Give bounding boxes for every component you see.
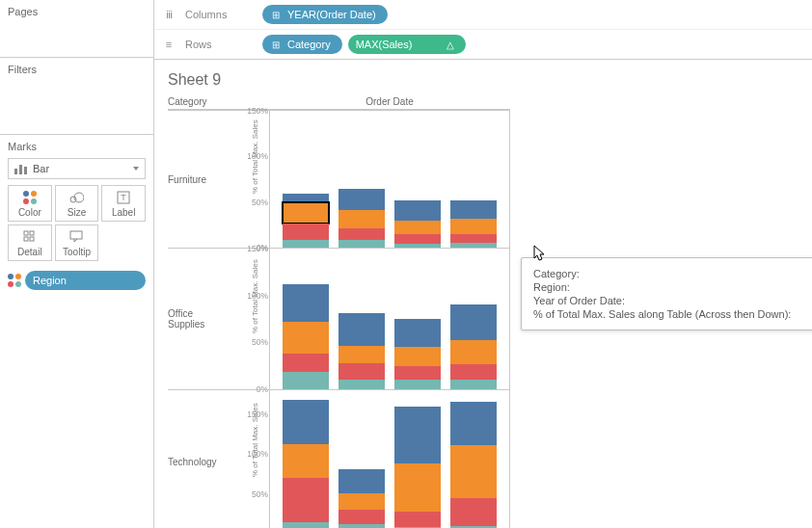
bar-segment[interactable] bbox=[450, 445, 497, 497]
bar-segment[interactable] bbox=[394, 319, 441, 347]
year-pill-label: YEAR(Order Date) bbox=[287, 9, 376, 20]
bar-segment[interactable] bbox=[338, 380, 385, 389]
chart-row: Furniture% of Total Max. Sales0%50%100%1… bbox=[168, 110, 798, 248]
sidebar: Pages Filters Marks Bar Color Si bbox=[0, 0, 154, 528]
plus-icon bbox=[270, 9, 282, 20]
bar[interactable] bbox=[450, 304, 497, 389]
bar-segment[interactable] bbox=[450, 234, 497, 244]
bar-segment[interactable] bbox=[394, 234, 441, 244]
svg-rect-7 bbox=[30, 237, 34, 241]
bar-segment[interactable] bbox=[283, 322, 329, 353]
bar-segment[interactable] bbox=[338, 346, 385, 363]
bar-segment[interactable] bbox=[338, 228, 385, 240]
bar-segment[interactable] bbox=[394, 221, 441, 233]
rows-shelf[interactable]: ≡ Rows Category MAX(Sales) bbox=[154, 30, 812, 59]
bar-segment[interactable] bbox=[450, 380, 497, 389]
shelves: ⅲ Columns YEAR(Order Date) ≡ Rows Catego… bbox=[154, 0, 812, 60]
marks-color-label: Color bbox=[18, 207, 41, 218]
bar-segment[interactable] bbox=[283, 522, 329, 529]
bar-segment[interactable] bbox=[338, 210, 385, 228]
bar-segment[interactable] bbox=[394, 407, 441, 462]
chart-row: Technology% of Total Max. Sales0%50%100%… bbox=[168, 389, 798, 528]
bar-segment[interactable] bbox=[283, 202, 329, 224]
bar-segment[interactable] bbox=[450, 340, 497, 364]
marks-label-button[interactable]: T Label bbox=[101, 185, 146, 222]
columns-label: Columns bbox=[185, 9, 253, 20]
bar[interactable] bbox=[450, 200, 497, 248]
row-category-label: Furniture bbox=[168, 110, 240, 248]
rows-label: Rows bbox=[185, 39, 253, 50]
row-category-label: OfficeSupplies bbox=[168, 248, 240, 389]
bar-segment[interactable] bbox=[338, 493, 385, 510]
bar-segment[interactable] bbox=[394, 347, 441, 366]
bar-segment[interactable] bbox=[283, 478, 329, 522]
bar[interactable] bbox=[450, 402, 497, 528]
marks-detail-label: Detail bbox=[17, 247, 42, 257]
bar-segment[interactable] bbox=[450, 498, 497, 526]
bar-segment[interactable] bbox=[283, 372, 329, 389]
bar-segment[interactable] bbox=[283, 284, 329, 322]
marks-size-button[interactable]: Size bbox=[55, 185, 99, 222]
bar-segment[interactable] bbox=[450, 364, 497, 381]
filters-panel[interactable]: Filters bbox=[0, 58, 153, 135]
category-pill[interactable]: Category bbox=[262, 35, 342, 54]
bar-segment[interactable] bbox=[394, 463, 441, 512]
marks-tooltip-button[interactable]: Tooltip bbox=[55, 224, 99, 261]
maxsales-pill[interactable]: MAX(Sales) bbox=[348, 35, 467, 54]
bar-segment[interactable] bbox=[283, 354, 329, 373]
svg-point-0 bbox=[70, 197, 76, 202]
delta-icon bbox=[447, 39, 454, 50]
bar[interactable] bbox=[394, 319, 441, 389]
bar-segment[interactable] bbox=[338, 363, 385, 381]
bar[interactable] bbox=[338, 189, 385, 248]
bar-segment[interactable] bbox=[283, 224, 329, 240]
mark-type-select[interactable]: Bar bbox=[8, 158, 146, 179]
svg-rect-6 bbox=[24, 237, 28, 241]
marks-detail-button[interactable]: Detail bbox=[8, 224, 52, 261]
color-icon bbox=[8, 274, 21, 287]
bar-segment[interactable] bbox=[394, 380, 441, 389]
rows-icon: ≡ bbox=[162, 39, 176, 50]
plus-icon bbox=[270, 39, 282, 50]
marks-title: Marks bbox=[8, 141, 146, 152]
bar-segment[interactable] bbox=[450, 219, 497, 233]
bar[interactable] bbox=[338, 469, 385, 528]
marks-color-button[interactable]: Color bbox=[8, 185, 52, 222]
bar[interactable] bbox=[394, 407, 441, 528]
bar-segment[interactable] bbox=[338, 510, 385, 524]
label-icon: T bbox=[117, 190, 130, 205]
bar-segment[interactable] bbox=[394, 512, 441, 528]
marks-panel: Marks Bar Color Size bbox=[0, 135, 153, 528]
detail-icon bbox=[23, 229, 37, 245]
bar-segment[interactable] bbox=[394, 200, 441, 221]
bar[interactable] bbox=[283, 194, 329, 248]
bar-segment[interactable] bbox=[450, 200, 497, 219]
mark-type-label: Bar bbox=[33, 163, 49, 174]
bar-segment[interactable] bbox=[283, 240, 329, 248]
pages-panel[interactable]: Pages bbox=[0, 0, 153, 58]
bar-segment[interactable] bbox=[338, 524, 385, 528]
columns-shelf[interactable]: ⅲ Columns YEAR(Order Date) bbox=[154, 0, 812, 30]
bar[interactable] bbox=[283, 284, 329, 389]
bar-segment[interactable] bbox=[450, 304, 497, 340]
bar-segment[interactable] bbox=[283, 444, 329, 478]
chart-cell: 0%50%100%150% bbox=[269, 248, 510, 389]
tooltip-icon bbox=[69, 229, 83, 245]
pages-title: Pages bbox=[8, 6, 146, 17]
bar[interactable] bbox=[394, 200, 441, 248]
year-pill[interactable]: YEAR(Order Date) bbox=[262, 5, 388, 24]
size-icon bbox=[68, 190, 84, 205]
bar-segment[interactable] bbox=[283, 194, 329, 203]
bar-segment[interactable] bbox=[338, 313, 385, 346]
region-pill[interactable]: Region bbox=[25, 271, 146, 290]
bar[interactable] bbox=[338, 313, 385, 389]
header-order-date: Order Date bbox=[269, 96, 510, 110]
marks-label-label: Label bbox=[112, 207, 135, 218]
bar[interactable] bbox=[283, 400, 329, 528]
bar-segment[interactable] bbox=[394, 366, 441, 381]
bar-segment[interactable] bbox=[338, 240, 385, 248]
bar-segment[interactable] bbox=[338, 189, 385, 210]
bar-segment[interactable] bbox=[450, 402, 497, 446]
bar-segment[interactable] bbox=[283, 400, 329, 444]
bar-segment[interactable] bbox=[338, 469, 385, 493]
